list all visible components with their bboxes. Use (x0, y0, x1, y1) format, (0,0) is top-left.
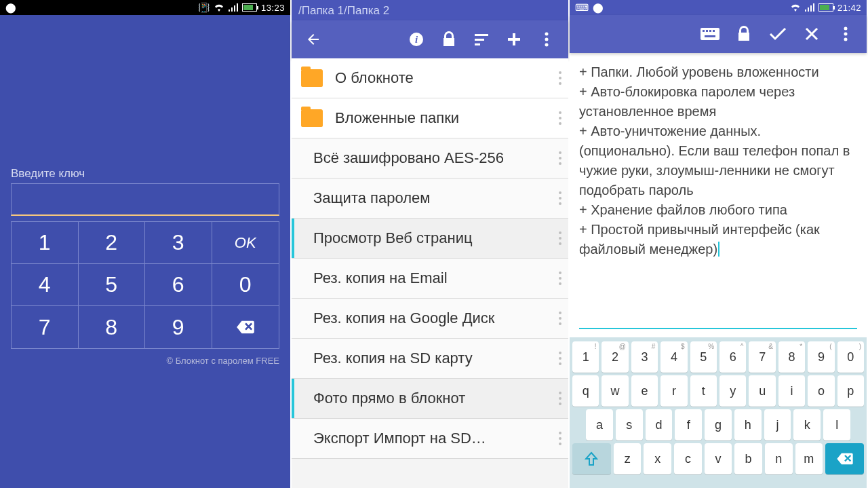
kb-key-0[interactable]: 0) (837, 341, 864, 373)
note-item[interactable]: Фото прямо в блокнот (292, 379, 568, 419)
kb-key-8[interactable]: 8* (778, 341, 805, 373)
kb-key-4[interactable]: 4$ (660, 341, 687, 373)
item-label: Рез. копия на Email (313, 269, 559, 287)
kb-key-7[interactable]: 7& (749, 341, 775, 373)
item-overflow-button[interactable] (559, 70, 561, 86)
kb-key-2[interactable]: 2@ (601, 341, 628, 373)
kb-key-s[interactable]: s (616, 409, 643, 440)
kb-key-u[interactable]: u (749, 375, 775, 407)
key-8[interactable]: 8 (79, 306, 146, 348)
cancel-button[interactable] (795, 18, 829, 50)
svg-rect-7 (706, 30, 708, 32)
kb-shift[interactable] (572, 443, 611, 474)
overflow-icon (545, 32, 549, 47)
kb-key-r[interactable]: r (660, 375, 687, 407)
note-textarea[interactable]: + Папки. Любой уровень вложенности+ Авто… (570, 53, 867, 322)
kb-key-g[interactable]: g (705, 409, 732, 440)
status-time: 13:23 (261, 3, 285, 13)
kb-key-a[interactable]: a (586, 409, 613, 440)
kb-key-t[interactable]: t (690, 375, 717, 407)
kb-key-e[interactable]: e (631, 375, 658, 407)
soft-keyboard: 1!2@3#4$5%6^7&8*9(0) qwertyuiop asdfghjk… (570, 337, 867, 488)
password-input[interactable] (11, 183, 279, 216)
item-overflow-button[interactable] (559, 430, 561, 447)
lock-icon (441, 31, 456, 48)
item-overflow-button[interactable] (559, 270, 561, 286)
kb-key-b[interactable]: b (734, 443, 762, 474)
back-button[interactable] (297, 23, 330, 56)
confirm-button[interactable] (761, 18, 795, 50)
item-overflow-button[interactable] (559, 230, 561, 246)
kb-key-d[interactable]: d (646, 409, 673, 440)
key-2[interactable]: 2 (79, 222, 146, 264)
note-item[interactable]: Всё зашифровано AES-256 (292, 138, 568, 179)
folder-item[interactable]: О блокноте (292, 58, 568, 98)
folder-item[interactable]: Вложенные папки (292, 98, 568, 138)
item-overflow-button[interactable] (559, 310, 561, 326)
svg-rect-6 (703, 30, 705, 32)
key-7[interactable]: 7 (12, 306, 79, 348)
overflow-button[interactable] (530, 23, 563, 56)
kb-key-3[interactable]: 3# (631, 341, 658, 373)
kb-key-p[interactable]: p (837, 375, 864, 407)
kb-key-q[interactable]: q (572, 375, 599, 407)
kb-backspace[interactable] (825, 443, 864, 474)
item-label: Рез. копия на Google Диск (313, 309, 559, 327)
phone-keypad: ⬤ 📳 13:23 Введите ключ 1 2 3 OK 4 5 6 0 (0, 0, 292, 488)
note-item[interactable]: Рез. копия на Email (292, 259, 568, 299)
input-label: Введите ключ (0, 167, 290, 183)
kb-key-j[interactable]: j (764, 409, 791, 440)
item-overflow-button[interactable] (559, 150, 561, 166)
kb-key-l[interactable]: l (823, 409, 850, 440)
kb-key-f[interactable]: f (675, 409, 702, 440)
key-1[interactable]: 1 (12, 222, 79, 264)
kb-key-9[interactable]: 9( (808, 341, 834, 373)
kb-key-n[interactable]: n (765, 443, 793, 474)
key-5[interactable]: 5 (79, 264, 146, 306)
keypad: 1 2 3 OK 4 5 6 0 7 8 9 (11, 221, 279, 349)
note-item[interactable]: Экспорт Импорт на SD… (292, 419, 568, 459)
lock-button[interactable] (433, 23, 465, 56)
key-0[interactable]: 0 (212, 264, 279, 306)
kb-key-o[interactable]: o (808, 375, 834, 407)
note-item[interactable]: Просмотр Веб страниц (292, 219, 568, 259)
svg-rect-10 (705, 35, 715, 37)
svg-point-12 (844, 33, 848, 36)
item-overflow-button[interactable] (559, 190, 561, 206)
kb-key-6[interactable]: 6^ (719, 341, 746, 373)
sort-button[interactable] (465, 23, 498, 56)
info-button[interactable]: i (400, 23, 433, 56)
item-overflow-button[interactable] (559, 350, 561, 367)
kb-key-1[interactable]: 1! (572, 341, 599, 373)
keyboard-toggle-button[interactable] (693, 18, 727, 50)
kb-key-c[interactable]: c (674, 443, 702, 474)
kb-key-v[interactable]: v (705, 443, 732, 474)
lock-icon (736, 26, 751, 42)
key-6[interactable]: 6 (145, 264, 212, 306)
kb-key-y[interactable]: y (719, 375, 746, 407)
overflow-button[interactable] (829, 18, 863, 50)
note-item[interactable]: Рез. копия на SD карту (292, 339, 568, 379)
kb-key-z[interactable]: z (614, 443, 642, 474)
key-3[interactable]: 3 (145, 222, 212, 264)
key-9[interactable]: 9 (145, 306, 212, 348)
item-overflow-button[interactable] (559, 110, 561, 126)
add-button[interactable] (498, 23, 530, 56)
kb-key-x[interactable]: x (644, 443, 671, 474)
signal-icon (805, 3, 814, 12)
wifi-icon (214, 3, 224, 12)
kb-key-i[interactable]: i (778, 375, 805, 407)
kb-key-k[interactable]: k (793, 409, 821, 440)
key-ok[interactable]: OK (212, 222, 279, 264)
kb-key-m[interactable]: m (795, 443, 823, 474)
key-backspace[interactable] (212, 306, 279, 348)
item-overflow-button[interactable] (559, 390, 561, 407)
key-4[interactable]: 4 (12, 264, 79, 306)
lock-button[interactable] (727, 18, 761, 50)
note-item[interactable]: Рез. копия на Google Диск (292, 299, 568, 339)
note-item[interactable]: Защита паролем (292, 179, 568, 219)
kb-key-w[interactable]: w (601, 375, 628, 407)
kb-key-h[interactable]: h (734, 409, 762, 440)
kb-key-5[interactable]: 5% (690, 341, 717, 373)
usb-icon: ⬤ (593, 2, 604, 13)
